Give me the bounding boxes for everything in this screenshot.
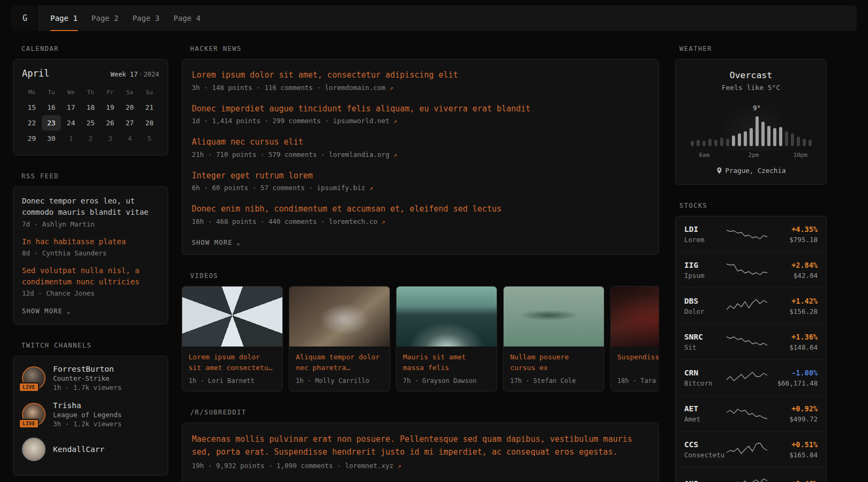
stock-change: +0.46% — [791, 479, 818, 482]
stock-change: +4.35% — [791, 225, 818, 234]
stock-name: Sit — [684, 343, 697, 351]
calendar-day: 16 — [42, 100, 62, 115]
twitch-channel-row[interactable]: KendallCarr — [22, 438, 159, 461]
stock-sparkline — [727, 370, 767, 386]
hacker-news-widget: HACKER NEWS Lorem ipsum dolor sit amet, … — [182, 45, 659, 255]
stock-sparkline — [727, 334, 767, 350]
calendar-widget-title: CALENDAR — [13, 45, 168, 52]
subreddit-item-link[interactable]: Maecenas mollis pulvinar erat non posuer… — [192, 433, 649, 460]
stock-symbol: AET — [684, 404, 698, 413]
video-meta: 17h · Stefan Cole — [510, 377, 597, 385]
twitch-channel-row[interactable]: LIVE Trisha League of Legends 3h · 1.2k … — [22, 401, 159, 428]
stock-symbol: SNRC — [684, 333, 703, 341]
stock-price: $148.64 — [789, 343, 818, 351]
videos-row: Lorem ipsum dolor sit amet consectetu… 1… — [182, 286, 659, 391]
hn-item-meta: 1d · 1,414 points · 299 comments · ipsum… — [192, 117, 649, 125]
rss-item-link[interactable]: In hac habitasse platea — [22, 236, 159, 247]
topbar: G Page 1 Page 2 Page 3 Page 4 — [11, 5, 857, 31]
subreddit-item: Maecenas mollis pulvinar erat non posuer… — [192, 433, 649, 470]
stock-row[interactable]: CCSConsectetur +0.51%$165.84 — [676, 431, 826, 467]
stock-sparkline — [727, 262, 767, 278]
stock-row[interactable]: DBSDolor +1.42%$156.28 — [676, 288, 826, 323]
calendar-month: April — [22, 68, 49, 79]
weather-bar — [750, 112, 753, 146]
twitch-channel-name: KendallCarr — [53, 445, 104, 454]
rss-item-meta: 8d · Cynthia Saunders — [22, 249, 159, 257]
hn-item-link[interactable]: Donec imperdiet augue tincidunt felis al… — [192, 103, 649, 115]
stock-sparkline — [727, 298, 767, 314]
rss-item: Donec tempor eros leo, ut commodo mauris… — [22, 195, 159, 228]
stock-change: +0.51% — [791, 440, 818, 449]
external-link-icon: ↗ — [398, 462, 401, 470]
stock-symbol: CCS — [684, 440, 698, 449]
tab-page-2[interactable]: Page 2 — [85, 5, 126, 31]
stock-row[interactable]: LDILorem +4.35%$795.18 — [676, 216, 826, 252]
video-card[interactable]: Mauris sit amet massa felis 7h · Grayson… — [396, 286, 497, 391]
twitch-channel-name: ForrestBurton — [53, 365, 122, 373]
hn-item-meta: 3h · 148 points · 116 comments · loremdo… — [192, 84, 649, 92]
twitch-widget: TWITCH CHANNELS LIVE ForrestBurton Count… — [13, 342, 168, 476]
stock-row[interactable]: CRNBitcorn -1.00%$66,171.48 — [676, 359, 826, 395]
calendar-day: 22 — [22, 115, 42, 131]
hn-item-link[interactable]: Aliquam nec cursus elit — [192, 136, 649, 148]
calendar-day: 29 — [22, 131, 42, 146]
weather-bar — [785, 112, 788, 146]
hn-item: Integer eget rutrum lorem 6h · 60 points… — [192, 170, 649, 192]
twitch-channel-row[interactable]: LIVE ForrestBurton Counter-Strike 1h · 1… — [22, 365, 159, 391]
calendar-day: 27 — [120, 115, 140, 131]
weather-bar — [702, 112, 706, 146]
stock-symbol: IIG — [684, 261, 698, 269]
weather-location: Prague, Czechia — [684, 167, 818, 175]
calendar-weekday: Su — [139, 85, 159, 100]
calendar-grid: Mo Tu We Th Fr Sa Su 15 16 17 18 19 20 2… — [22, 85, 159, 146]
weather-bar — [732, 112, 735, 146]
rss-item-link[interactable]: Sed volutpat nulla nisl, a condimentum n… — [22, 265, 159, 288]
twitch-channel-game: Counter-Strike — [53, 374, 122, 382]
weather-axis-label: 2pm — [749, 152, 759, 159]
videos-widget: VIDEOS Lorem ipsum dolor sit amet consec… — [182, 272, 659, 391]
hn-item-link[interactable]: Donec enim nibh, condimentum et accumsan… — [192, 203, 649, 215]
stock-sparkline — [727, 405, 767, 421]
hn-item-link[interactable]: Lorem ipsum dolor sit amet, consectetur … — [192, 69, 649, 81]
video-title: Mauris sit amet massa felis — [403, 352, 490, 373]
rss-item-link[interactable]: Donec tempor eros leo, ut commodo mauris… — [22, 195, 159, 219]
external-link-icon: ↗ — [393, 117, 397, 125]
twitch-channel-name: Trisha — [53, 401, 122, 410]
stock-name: Bitcorn — [684, 379, 713, 387]
stock-row[interactable]: IIGIpsum +2.84%$42.04 — [676, 252, 826, 288]
hn-item-link[interactable]: Integer eget rutrum lorem — [192, 170, 649, 182]
video-card[interactable]: Aliquam tempor dolor nec pharetra… 1h · … — [289, 286, 390, 391]
stock-symbol: CRN — [684, 368, 698, 377]
hn-item-meta: 16h · 468 points · 440 comments · loremt… — [192, 217, 649, 225]
twitch-channel-meta: 3h · 1.2k viewers — [53, 420, 122, 428]
hn-show-more-button[interactable]: SHOW MORE⌄ — [192, 239, 241, 246]
weather-bar — [809, 112, 812, 146]
tab-page-3[interactable]: Page 3 — [125, 5, 167, 31]
video-card[interactable]: Suspendisse diam 18h · Tara — [610, 286, 659, 391]
chevron-down-icon: ⌄ — [66, 309, 71, 313]
weather-condition: Overcast — [684, 70, 818, 80]
calendar-day: 24 — [61, 115, 81, 131]
video-card[interactable]: Nullam posuere cursus ex 17h · Stefan Co… — [503, 286, 604, 391]
app-logo[interactable]: G — [11, 5, 39, 31]
calendar-weekday: Th — [81, 85, 101, 100]
external-link-icon: ↗ — [393, 151, 397, 159]
weather-axis-label: 10pm — [793, 152, 807, 159]
video-card[interactable]: Lorem ipsum dolor sit amet consectetu… 1… — [182, 286, 283, 391]
left-column: CALENDAR April Week 17·2024 Mo Tu We Th … — [13, 45, 168, 482]
calendar-day: 15 — [22, 100, 42, 115]
tab-page-4[interactable]: Page 4 — [167, 5, 208, 31]
rss-show-more-button[interactable]: SHOW MORE⌄ — [22, 307, 71, 315]
stock-sparkline — [727, 475, 767, 482]
weather-bar — [744, 112, 747, 146]
weather-bar — [697, 112, 700, 146]
stock-row[interactable]: AHS +0.46% — [676, 467, 826, 482]
stock-change: +2.84% — [791, 261, 818, 269]
weather-bar — [726, 112, 729, 146]
stock-price: $499.72 — [789, 415, 818, 423]
tab-page-1[interactable]: Page 1 — [43, 5, 85, 31]
stock-row[interactable]: SNRCSit +1.36%$148.64 — [676, 323, 826, 359]
stock-change: +1.36% — [791, 333, 818, 341]
stock-row[interactable]: AETAmet +0.92%$499.72 — [676, 395, 826, 431]
calendar-day-next-month: 3 — [100, 131, 120, 146]
